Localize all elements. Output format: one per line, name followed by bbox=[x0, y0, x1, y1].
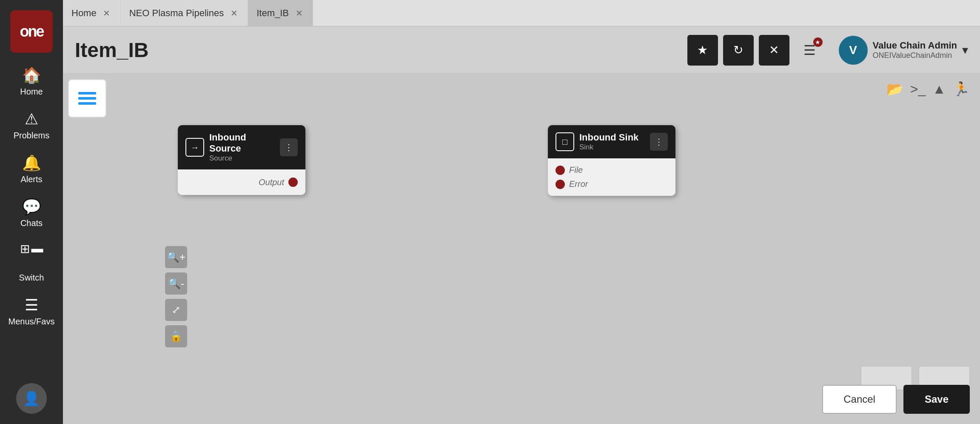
notification-badge: ★ bbox=[813, 37, 823, 47]
canvas-toolbar bbox=[63, 74, 111, 123]
source-node-menu-button[interactable]: ⋮ bbox=[280, 138, 298, 156]
inbound-source-node[interactable]: → Inbound Source Source ⋮ Output bbox=[178, 125, 305, 195]
avatar-icon: 👤 bbox=[23, 390, 40, 407]
user-avatar: V bbox=[839, 36, 868, 65]
warning-icon: ⚠ bbox=[25, 110, 38, 128]
sink-node-subtitle: Sink bbox=[579, 143, 645, 152]
favorite-button[interactable]: ★ bbox=[687, 35, 718, 66]
page-title: Item_IB bbox=[75, 38, 687, 62]
app-logo[interactable]: one bbox=[10, 10, 53, 53]
panel-toggle-button[interactable] bbox=[68, 79, 106, 117]
sink-error-port[interactable] bbox=[556, 180, 565, 189]
sidebar-item-alerts[interactable]: 🔔 Alerts bbox=[0, 147, 63, 191]
sink-file-port[interactable] bbox=[556, 166, 565, 175]
user-name: Value Chain Admin bbox=[873, 40, 957, 51]
sink-node-icon: □ bbox=[556, 132, 574, 151]
fit-button[interactable]: ⤢ bbox=[165, 299, 187, 321]
tab-item-ib-label: Item_IB bbox=[256, 8, 289, 19]
sidebar-item-problems[interactable]: ⚠ Problems bbox=[0, 103, 63, 147]
svg-rect-0 bbox=[78, 92, 96, 95]
sidebar-item-problems-label: Problems bbox=[14, 131, 49, 140]
source-output-port[interactable] bbox=[288, 178, 298, 187]
sink-node-title: Inbound Sink bbox=[579, 132, 645, 143]
user-text: Value Chain Admin ONEIValueChainAdmin bbox=[873, 40, 957, 60]
sidebar-item-switch-label: Switch bbox=[0, 273, 63, 283]
tab-neo-label: NEO Plasma Pipelines bbox=[129, 8, 224, 19]
source-node-title: Inbound Source bbox=[209, 132, 275, 154]
tab-neo-close[interactable]: ✕ bbox=[229, 8, 239, 18]
zoom-out-button[interactable]: 🔍- bbox=[165, 272, 187, 295]
bell-icon: 🔔 bbox=[22, 154, 41, 172]
sink-node-header: □ Inbound Sink Sink ⋮ bbox=[548, 125, 675, 158]
user-username: ONEIValueChainAdmin bbox=[873, 51, 957, 60]
close-button[interactable]: ✕ bbox=[759, 35, 789, 66]
user-dropdown-icon[interactable]: ▾ bbox=[962, 43, 968, 57]
tab-home-close[interactable]: ✕ bbox=[102, 8, 112, 18]
terminal-icon-button[interactable]: >_ bbox=[910, 81, 926, 97]
run-icon-button[interactable]: 🏃 bbox=[953, 81, 970, 97]
sink-node-body: File Error bbox=[548, 158, 675, 196]
deploy-icon-button[interactable]: ▲ bbox=[932, 81, 946, 97]
menu-button[interactable]: ☰ ★ bbox=[795, 35, 825, 66]
sink-error-label: Error bbox=[569, 179, 588, 189]
tab-home-label: Home bbox=[71, 8, 97, 19]
source-node-body: Output bbox=[178, 169, 305, 195]
svg-rect-1 bbox=[78, 97, 96, 100]
svg-rect-2 bbox=[78, 102, 96, 105]
source-node-title-group: Inbound Source Source bbox=[209, 132, 275, 163]
header-actions: ★ ↻ ✕ ☰ ★ V Value Chain Admin ONEIValueC… bbox=[687, 35, 968, 66]
home-icon: 🏠 bbox=[22, 66, 41, 84]
source-output-label: Output bbox=[259, 178, 284, 187]
sidebar-item-menus-label: Menus/Favs bbox=[9, 317, 55, 327]
source-node-icon: → bbox=[185, 138, 204, 157]
grid-icon: ⊞ bbox=[20, 242, 30, 256]
tabs-bar: Home ✕ NEO Plasma Pipelines ✕ Item_IB ✕ bbox=[63, 0, 980, 26]
sidebar-item-menus[interactable]: ☰ Menus/Favs bbox=[0, 289, 63, 333]
page-header: Item_IB ★ ↻ ✕ ☰ ★ V Value Chain Admin ON… bbox=[63, 26, 980, 74]
sidebar-item-home[interactable]: 🏠 Home bbox=[0, 60, 63, 103]
user-avatar-sidebar[interactable]: 👤 bbox=[16, 383, 47, 414]
user-info: V Value Chain Admin ONEIValueChainAdmin … bbox=[839, 36, 968, 65]
source-node-subtitle: Source bbox=[209, 154, 275, 163]
lock-button[interactable]: 🔒 bbox=[165, 325, 187, 347]
sidebar-item-alerts-label: Alerts bbox=[20, 175, 42, 184]
tab-neo[interactable]: NEO Plasma Pipelines ✕ bbox=[121, 0, 248, 26]
save-button[interactable]: Save bbox=[903, 385, 970, 414]
pipeline-canvas[interactable]: 📂 >_ ▲ 🏃 → Inbound Source Source ⋮ Outpu… bbox=[63, 74, 980, 424]
sink-node-title-group: Inbound Sink Sink bbox=[579, 132, 645, 152]
sink-node-menu-button[interactable]: ⋮ bbox=[650, 133, 668, 151]
cancel-button[interactable]: Cancel bbox=[822, 385, 897, 414]
sink-file-port-row: File bbox=[556, 165, 668, 175]
menu-icon: ☰ bbox=[25, 296, 38, 314]
sidebar: one 🏠 Home ⚠ Problems 🔔 Alerts 💬 Chats ⊞… bbox=[0, 0, 63, 424]
zoom-controls: 🔍+ 🔍- ⤢ 🔒 bbox=[165, 246, 187, 347]
sidebar-item-home-label: Home bbox=[20, 87, 43, 97]
inbound-sink-node[interactable]: □ Inbound Sink Sink ⋮ File Error bbox=[548, 125, 675, 196]
sink-error-port-row: Error bbox=[556, 179, 668, 189]
canvas-top-right-toolbar: 📂 >_ ▲ 🏃 bbox=[886, 81, 970, 97]
chat-icon: 💬 bbox=[22, 198, 41, 216]
sidebar-item-chats[interactable]: 💬 Chats bbox=[0, 191, 63, 235]
folder-icon-button[interactable]: 📂 bbox=[886, 81, 903, 97]
source-node-header: → Inbound Source Source ⋮ bbox=[178, 125, 305, 169]
zoom-in-button[interactable]: 🔍+ bbox=[165, 246, 187, 268]
user-initial: V bbox=[849, 43, 857, 57]
tab-item-ib-close[interactable]: ✕ bbox=[294, 8, 304, 18]
refresh-button[interactable]: ↻ bbox=[723, 35, 754, 66]
switch-icon: ▬ bbox=[31, 242, 43, 256]
tab-home[interactable]: Home ✕ bbox=[63, 0, 121, 26]
sidebar-item-chats-label: Chats bbox=[20, 218, 43, 228]
action-buttons: Cancel Save bbox=[822, 385, 970, 414]
sidebar-item-switch[interactable]: ⊞▬ Switch bbox=[0, 235, 63, 289]
main-area: Home ✕ NEO Plasma Pipelines ✕ Item_IB ✕ … bbox=[63, 0, 980, 424]
sink-file-label: File bbox=[569, 165, 583, 175]
tab-item-ib[interactable]: Item_IB ✕ bbox=[248, 0, 313, 26]
